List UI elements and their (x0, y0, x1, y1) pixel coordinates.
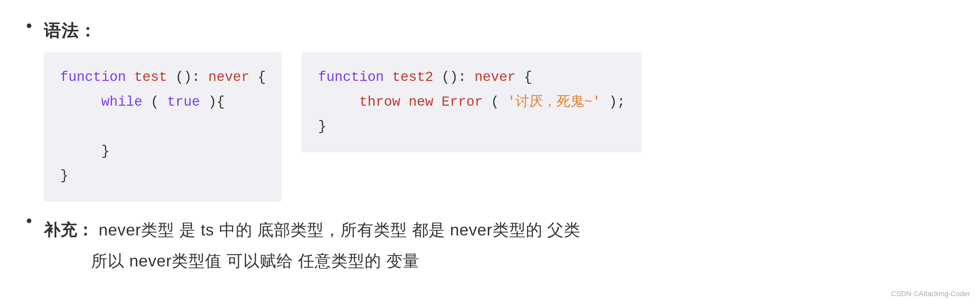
bullet-dot-1: • (26, 17, 32, 34)
supplement-line1: never类型 是 ts 中的 底部类型，所有类型 都是 never类型的 父类 (99, 221, 581, 239)
code2-line1: function test2 (): never { (318, 65, 625, 90)
type-never-2: never (474, 70, 515, 85)
code-blocks-row: function test (): never { while ( true )… (44, 52, 954, 201)
code2-line3: } (318, 114, 625, 139)
code2-line2: throw new Error ( '讨厌，死鬼~' ); (318, 90, 625, 115)
fn-test: test (134, 70, 167, 85)
code1-line3 (60, 114, 266, 139)
indent-2b (318, 94, 351, 110)
close-brace-2: } (318, 119, 326, 135)
type-never-1: never (208, 70, 250, 85)
paren-colon-2: (): (442, 70, 466, 85)
indent-4 (60, 144, 93, 159)
paren-open-2: ( (151, 94, 159, 110)
supplement-content: 补充： never类型 是 ts 中的 底部类型，所有类型 都是 never类型… (44, 215, 954, 277)
syntax-label: 语法： (44, 20, 954, 43)
code-block-1: function test (): never { while ( true )… (44, 52, 282, 201)
paren-open-3: ( (491, 94, 499, 110)
indent-2 (60, 94, 93, 110)
keyword-function-1: function (60, 70, 126, 85)
keyword-while: while (101, 94, 142, 110)
keyword-new: new (409, 94, 434, 110)
string-value: '讨厌，死鬼~' (507, 94, 601, 110)
code1-line2: while ( true ){ (60, 90, 266, 115)
paren-semi-3: ); (609, 94, 625, 110)
code1-line5: } (60, 164, 266, 188)
watermark: CSDN ©Attacking-Coder (891, 290, 970, 298)
keyword-throw: throw (359, 94, 400, 110)
supplement-section: • 补充： never类型 是 ts 中的 底部类型，所有类型 都是 never… (26, 215, 954, 277)
code-block-2: function test2 (): never { throw new Err… (302, 52, 641, 152)
keyword-true: true (167, 94, 200, 110)
syntax-section: • 语法： function test (): never { while ( (26, 20, 954, 201)
supplement-line2: 所以 never类型值 可以赋给 任意类型的 变量 (91, 252, 420, 270)
close-brace-inner: } (101, 144, 109, 159)
syntax-content: 语法： function test (): never { while ( tr… (44, 20, 954, 201)
paren-colon-1: (): (175, 70, 200, 85)
bullet-dot-2: • (26, 212, 32, 229)
supplement-label: 补充： (44, 221, 94, 239)
code1-line1: function test (): never { (60, 65, 266, 90)
brace-open-2: { (524, 70, 532, 85)
keyword-function-2: function (318, 70, 384, 85)
close-brace-outer: } (60, 168, 68, 184)
supplement-text: 补充： never类型 是 ts 中的 底部类型，所有类型 都是 never类型… (44, 215, 954, 277)
paren-close-brace-2: ){ (208, 94, 224, 110)
fn-test2: test2 (392, 70, 433, 85)
code1-line4: } (60, 139, 266, 164)
brace-open-1: { (258, 70, 266, 85)
class-error: Error (442, 94, 483, 110)
